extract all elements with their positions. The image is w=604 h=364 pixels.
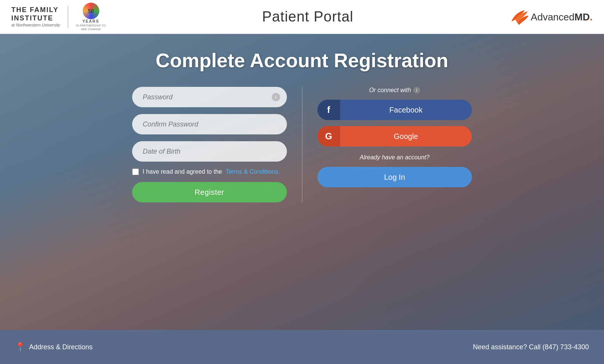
fifty-years-badge: 50 YEARS IN PARTNERSHIP TO SEE CHANGE: [76, 3, 106, 31]
form-area: i I have read and agreed to the Terms & …: [132, 87, 472, 202]
password-info-icon: i: [272, 93, 280, 101]
terms-checkbox[interactable]: [132, 168, 139, 175]
login-button[interactable]: Log In: [317, 167, 472, 187]
terms-row: I have read and agreed to the Terms & Co…: [132, 168, 287, 175]
help-label: Need assistance? Call (847) 733-4300: [473, 343, 589, 351]
register-button[interactable]: Register: [132, 182, 287, 202]
connect-with-text: Or connect with: [369, 87, 411, 94]
connect-with-label: Or connect with i: [369, 87, 420, 94]
logo-subtitle: at Northwestern University: [11, 23, 60, 28]
amd-logo: AdvancedMD.: [510, 8, 593, 25]
dob-wrapper: [132, 141, 287, 162]
logo-title-line1: THE FAMILY: [11, 6, 60, 14]
main-section: Complete Account Registration i I have r…: [0, 34, 604, 330]
confirm-password-input[interactable]: [132, 114, 287, 134]
amd-text: AdvancedMD.: [531, 11, 593, 23]
amd-advanced: Advanced: [531, 11, 575, 23]
google-icon: G: [317, 126, 340, 147]
amd-md: MD: [575, 11, 590, 23]
google-button[interactable]: G Google: [317, 126, 472, 147]
years-label: YEARS: [82, 19, 99, 24]
fifty-circle: 50: [83, 3, 99, 19]
facebook-button[interactable]: f Facebook: [317, 100, 472, 120]
footer-address[interactable]: 📍 Address & Directions: [15, 342, 92, 352]
location-icon: 📍: [15, 342, 25, 352]
logo-title-line2: INSTITUTE: [11, 14, 60, 23]
header: THE FAMILY INSTITUTE at Northwestern Uni…: [0, 0, 604, 34]
footer: 📍 Address & Directions Need assistance? …: [0, 330, 604, 364]
right-column: Or connect with i f Facebook G Google Al…: [302, 87, 472, 202]
password-wrapper: i: [132, 87, 287, 107]
password-input[interactable]: [132, 87, 287, 107]
years-sub2: IN PARTNERSHIP TO: [76, 24, 106, 28]
amd-dot: .: [590, 11, 593, 23]
google-label: Google: [340, 132, 472, 141]
terms-text: I have read and agreed to the: [143, 168, 222, 175]
content-wrapper: Complete Account Registration i I have r…: [0, 34, 604, 202]
logo-divider: [68, 6, 68, 28]
confirm-password-wrapper: [132, 114, 287, 134]
left-column: i I have read and agreed to the Terms & …: [132, 87, 302, 202]
page-heading: Complete Account Registration: [156, 49, 448, 72]
amd-bird-icon: [510, 8, 528, 25]
header-title: Patient Portal: [262, 9, 353, 25]
years-sub3: SEE CHANGE: [81, 28, 100, 31]
terms-link[interactable]: Terms & Conditions.: [226, 168, 280, 175]
address-label: Address & Directions: [29, 343, 92, 351]
facebook-label: Facebook: [340, 106, 472, 114]
facebook-icon: f: [317, 100, 340, 120]
dob-input[interactable]: [132, 141, 287, 162]
fifty-number: 50: [88, 8, 94, 14]
institute-name: THE FAMILY INSTITUTE at Northwestern Uni…: [11, 6, 60, 27]
already-have-account-text: Already have an account?: [360, 154, 430, 161]
logo-left: THE FAMILY INSTITUTE at Northwestern Uni…: [11, 3, 106, 31]
connect-info-icon: i: [413, 87, 420, 94]
